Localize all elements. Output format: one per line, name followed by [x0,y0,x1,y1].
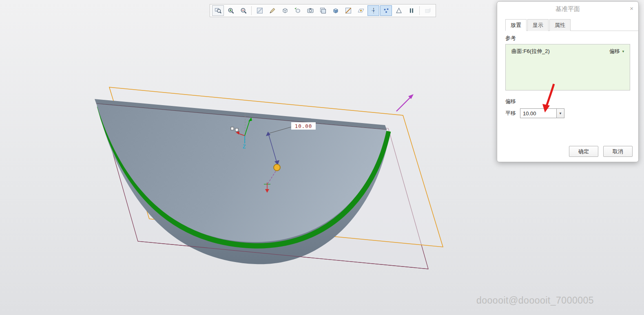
view-manager-icon[interactable] [317,5,329,16]
reference-value: 曲面:F6(拉伸_2) [511,48,550,55]
point-display-icon[interactable] [380,5,392,16]
dimension-value: 10.00 [295,123,312,129]
perspective-icon[interactable] [330,5,341,16]
datum-display-icon[interactable] [355,5,367,16]
csys-display-icon[interactable] [393,5,405,16]
origin-drag-handle[interactable] [274,164,280,171]
display-style-icon[interactable] [279,5,291,16]
graphics-toolbar [210,4,436,17]
translation-input[interactable] [520,108,556,118]
cancel-button[interactable]: 取消 [603,146,633,157]
tab-placement[interactable]: 放置 [505,19,527,31]
toolbar-separator [419,6,420,15]
references-list[interactable]: 曲面:F6(拉伸_2) 偏移 ▼ [505,44,630,90]
tab-properties[interactable]: 属性 [549,19,571,31]
datum-plane-dialog: 基准平面 × 放置 显示 属性 参考 曲面:F6(拉伸_2) 偏移 ▼ 偏移 平… [497,1,639,162]
offset-section-label: 偏移 [505,98,630,105]
zoom-window-icon[interactable] [212,5,224,16]
shading-icon[interactable] [266,5,278,16]
view-capture-icon[interactable] [304,5,316,16]
zoom-in-icon[interactable] [225,5,237,16]
zoom-out-icon[interactable] [237,5,249,16]
constraint-label: 偏移 [609,48,620,55]
tab-display[interactable]: 显示 [527,19,549,31]
offset-direction-arrow[interactable] [396,94,414,111]
translation-row: 平移 ▼ [505,108,630,118]
dialog-buttons: 确定 取消 [569,146,633,157]
z-axis-label: Z [243,144,246,150]
section-icon[interactable] [342,5,354,16]
chevron-down-icon: ▼ [559,112,562,115]
spin-center-icon [422,5,434,16]
dialog-title: 基准平面 [497,2,638,16]
annotation-pause-icon[interactable] [405,5,417,16]
references-label: 参考 [505,35,630,42]
watermark: dooooit@dooooit_7000005 [476,295,594,306]
saved-orientations-icon[interactable] [292,5,303,16]
constraint-dropdown[interactable]: 偏移 ▼ [609,48,625,55]
close-icon[interactable]: × [630,5,633,11]
axis-display-icon[interactable] [367,5,379,16]
chevron-down-icon: ▼ [622,50,625,53]
toolbar-separator [251,6,252,15]
reference-row[interactable]: 曲面:F6(拉伸_2) 偏移 ▼ [506,44,630,55]
dialog-tabs: 放置 显示 属性 [505,19,638,31]
translation-label: 平移 [505,110,516,117]
ok-button[interactable]: 确定 [569,146,598,157]
repaint-icon[interactable] [254,5,266,16]
translation-dropdown-button[interactable]: ▼ [556,108,564,118]
translation-combo: ▼ [520,108,564,118]
